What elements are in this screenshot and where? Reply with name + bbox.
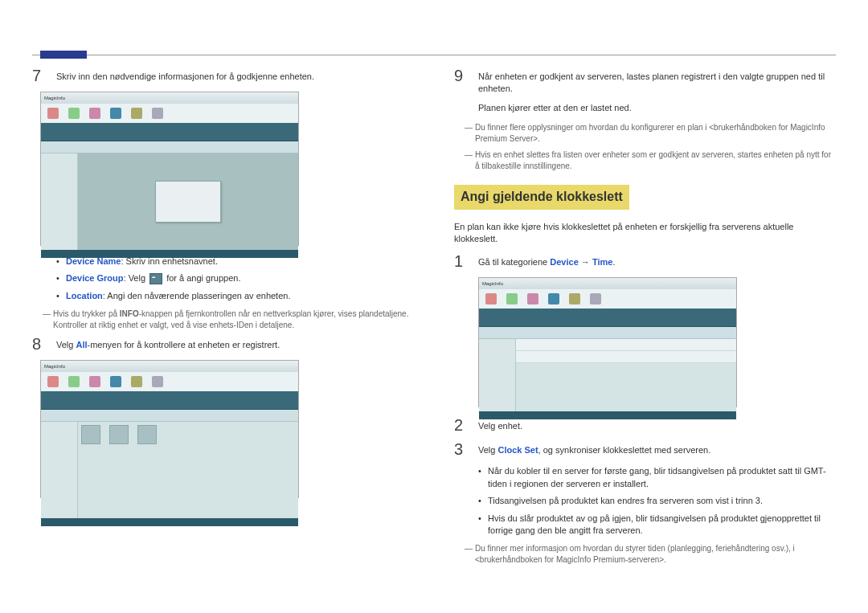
screenshot-sidebar xyxy=(41,422,78,518)
list-header xyxy=(516,339,736,351)
step-number: 3 xyxy=(454,441,470,457)
step-text: Velg All-menyen for å kontrollere at enh… xyxy=(56,336,414,351)
step-7: 7 Skriv inn den nødvendige informasjonen… xyxy=(32,67,414,84)
screenshot-body xyxy=(41,153,298,250)
toolbar-icon xyxy=(131,376,142,387)
device-thumbnail xyxy=(109,425,129,444)
note-dash: ― xyxy=(462,543,475,566)
screenshot-sidebar xyxy=(479,339,516,411)
app-title: MagicInfo xyxy=(44,95,65,101)
step-number: 2 xyxy=(454,417,470,433)
step-number: 8 xyxy=(32,336,48,352)
toolbar-icon xyxy=(485,293,497,304)
screenshot-navbar xyxy=(41,123,298,141)
note-dash: ― xyxy=(40,309,53,331)
toolbar-icon xyxy=(548,293,559,304)
note-text: Hvis du trykker på INFO-knappen på fjern… xyxy=(53,309,414,331)
toolbar-icon xyxy=(89,108,100,119)
step-number: 1 xyxy=(454,253,470,269)
toolbar-icon xyxy=(527,293,538,304)
toolbar-icon xyxy=(110,376,121,387)
screenshot-toolbar xyxy=(41,372,298,391)
screenshot-device-time: MagicInfo xyxy=(478,277,737,407)
screenshot-all-menu: MagicInfo xyxy=(40,360,299,498)
screenshot-body xyxy=(41,422,298,518)
section-intro: En plan kan ikke kjøre hvis klokkeslette… xyxy=(454,221,836,246)
bullet-change: Tidsangivelsen på produktet kan endres f… xyxy=(478,495,836,507)
step-text: Når enheten er godkjent av serveren, las… xyxy=(478,67,836,114)
device-thumbnail xyxy=(81,425,100,444)
note-dash: ― xyxy=(462,122,475,145)
toolbar-icon xyxy=(152,108,163,119)
app-title: MagicInfo xyxy=(44,363,65,370)
screenshot-main xyxy=(78,422,298,518)
time-notes: Når du kobler til en server for første g… xyxy=(478,465,836,537)
step-3-time: 3 Velg Clock Set, og synkroniser klokkes… xyxy=(454,441,836,457)
step-text: Velg Clock Set, og synkroniser klokkesle… xyxy=(478,441,836,456)
toolbar-icon xyxy=(152,376,163,387)
bullet-device-name: Device Name: Skriv inn enhetsnavnet. xyxy=(56,255,414,268)
bullet-gmt: Når du kobler til en server for første g… xyxy=(478,465,836,490)
toolbar-icon xyxy=(569,293,580,304)
two-column-layout: 7 Skriv inn den nødvendige informasjonen… xyxy=(32,67,836,570)
field-desc: : Angi den nåværende plasseringen av enh… xyxy=(103,291,291,300)
approve-dialog xyxy=(155,181,221,223)
step-2-time: 2 Velg enhet. xyxy=(454,417,836,433)
step-line: Når enheten er godkjent av serveren, las… xyxy=(478,71,836,96)
step-number: 9 xyxy=(454,67,470,84)
screenshot-footer xyxy=(479,411,736,419)
note-dash: ― xyxy=(462,149,475,172)
list-row xyxy=(516,351,736,363)
toolbar-icon xyxy=(47,108,59,119)
toolbar-icon xyxy=(506,293,518,304)
step-text: Gå til kategoriene Device → Time. xyxy=(478,253,836,268)
right-column: 9 Når enheten er godkjent av serveren, l… xyxy=(454,67,836,570)
toolbar-icon xyxy=(47,376,59,387)
app-title: MagicInfo xyxy=(482,280,503,287)
note-info-button: ― Hvis du trykker på INFO-knappen på fje… xyxy=(40,309,414,331)
toolbar-icon xyxy=(131,108,142,119)
note-text: Du finner mer informasjon om hvordan du … xyxy=(475,543,836,566)
screenshot-sidebar xyxy=(41,153,78,250)
screenshot-body xyxy=(479,339,736,411)
step-number: 7 xyxy=(32,67,48,84)
note-time-manual: ― Du finner mer informasjon om hvordan d… xyxy=(462,543,836,566)
field-label: Device Group xyxy=(66,273,124,283)
toolbar-icon xyxy=(89,376,100,387)
note-text: Du finner flere opplysninger om hvordan … xyxy=(475,122,836,145)
bullet-restore: Hvis du slår produktet av og på igjen, b… xyxy=(478,513,836,537)
note-manual: ― Du finner flere opplysninger om hvorda… xyxy=(462,122,836,145)
screenshot-approve-device: MagicInfo xyxy=(40,92,299,246)
document-page: 7 Skriv inn den nødvendige informasjonen… xyxy=(0,0,868,613)
field-descriptions: Device Name: Skriv inn enhetsnavnet. Dev… xyxy=(56,255,414,302)
bullet-location: Location: Angi den nåværende plasseringe… xyxy=(56,290,414,302)
screenshot-main xyxy=(516,339,736,411)
left-column: 7 Skriv inn den nødvendige informasjonen… xyxy=(32,67,414,570)
note-delete-device: ― Hvis en enhet slettes fra listen over … xyxy=(462,149,836,172)
screenshot-titlebar: MagicInfo xyxy=(41,92,298,104)
step-text: Skriv inn den nødvendige informasjonen f… xyxy=(56,67,414,83)
screenshot-titlebar: MagicInfo xyxy=(479,278,736,289)
step-line: Planen kjører etter at den er lastet ned… xyxy=(478,102,836,114)
screenshot-subbar xyxy=(41,141,298,153)
field-desc: : Skriv inn enhetsnavnet. xyxy=(121,256,218,266)
step-8: 8 Velg All-menyen for å kontrollere at e… xyxy=(32,336,414,352)
toolbar-icon xyxy=(68,376,80,387)
screenshot-main xyxy=(78,153,298,250)
header-rule xyxy=(32,55,836,55)
toolbar-icon xyxy=(590,293,601,304)
header-accent xyxy=(40,51,87,59)
screenshot-toolbar xyxy=(479,289,736,309)
section-heading: Angi gjeldende klokkeslett xyxy=(454,185,629,209)
screenshot-toolbar xyxy=(41,104,298,123)
field-desc: for å angi gruppen. xyxy=(164,273,240,283)
device-thumbnail xyxy=(137,425,157,444)
group-picker-icon xyxy=(149,273,162,284)
toolbar-icon xyxy=(68,108,80,119)
screenshot-footer xyxy=(41,518,298,526)
screenshot-subbar xyxy=(479,327,736,339)
bullet-device-group: Device Group: Velg for å angi gruppen. xyxy=(56,272,414,284)
screenshot-subbar xyxy=(41,410,298,422)
screenshot-titlebar: MagicInfo xyxy=(41,361,298,372)
field-label: Location xyxy=(66,291,103,300)
